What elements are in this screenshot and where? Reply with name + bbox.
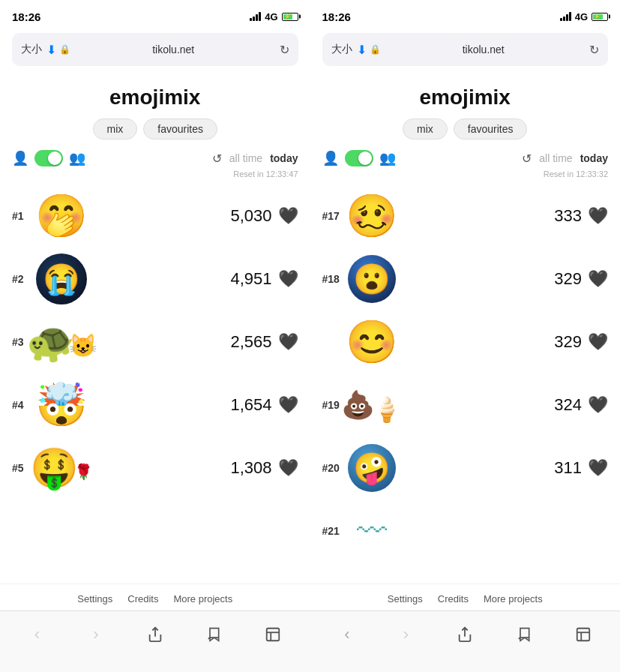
lock-icon-right: 🔒 (370, 44, 381, 55)
filter-alltime-right[interactable]: all time (539, 152, 572, 164)
tabs-button-left[interactable] (256, 618, 289, 651)
table-row: #3 🐢😺 2,565 🖤 (12, 310, 298, 374)
refresh-icon-right[interactable]: ↺ (522, 152, 532, 166)
status-icons-right: 4G ⚡ (560, 11, 608, 22)
rank-18: #18 (322, 273, 346, 285)
rank-17: #17 (322, 210, 346, 222)
toggle-switch-right[interactable] (345, 150, 373, 166)
emoji-18b: 😊 (346, 316, 397, 368)
time-filter-right: all time today (539, 152, 608, 164)
url-text-right[interactable]: tikolu.net (384, 44, 584, 56)
emoji-circle-2: 😭 (36, 254, 87, 304)
toggle-knob-left (48, 152, 61, 165)
download-icon-left: ⬇ (46, 43, 56, 57)
score-area-17: 333 🖤 (403, 206, 609, 226)
person-icon-right: 👤 (322, 150, 339, 166)
network-label-left: 4G (265, 11, 277, 22)
emoji-18: 😮 (346, 254, 397, 304)
forward-button-left[interactable]: › (79, 618, 112, 651)
signal-icon-right (560, 12, 571, 21)
filter-today-left[interactable]: today (270, 152, 298, 164)
tab-mix-right[interactable]: mix (403, 118, 448, 140)
share-button-right[interactable] (448, 618, 481, 651)
rank-1: #1 (12, 210, 36, 222)
credits-link-left[interactable]: Credits (127, 593, 158, 604)
tab-favourites-left[interactable]: favourites (143, 118, 217, 140)
group-icon-left: 👥 (69, 150, 85, 166)
svg-rect-1 (267, 628, 280, 640)
score-17: 333 (554, 206, 582, 226)
app-title-left: emojimix (12, 86, 298, 110)
table-row: #19 💩🍦 324 🖤 (322, 374, 609, 436)
emoji-3: 🐢😺 (36, 316, 87, 368)
forward-button-right[interactable]: › (390, 618, 423, 651)
emoji-1: 🤭 (36, 190, 87, 242)
size-label-right: 大小 (331, 43, 352, 56)
tabs-button-right[interactable] (567, 618, 600, 651)
share-button-left[interactable] (139, 618, 172, 651)
browser-bottom-left: ‹ › (0, 610, 310, 672)
score-4: 1,654 (230, 395, 271, 415)
controls-right-section-right: ↺ all time today (522, 152, 608, 166)
emoji-globe-crazy: 🤪 (348, 444, 396, 492)
leaderboard-right: #17 🥴 333 🖤 #18 😮 329 🖤 😊 (322, 184, 609, 562)
score-area-20: 311 🖤 (403, 458, 609, 478)
score-19: 324 (554, 395, 582, 415)
tab-favourites-right[interactable]: favourites (454, 118, 528, 140)
reset-text-left: Reset in 12:33:47 (12, 170, 298, 178)
table-row: #1 🤭 5,030 🖤 (12, 184, 298, 248)
url-text-left[interactable]: tikolu.net (73, 44, 274, 56)
tab-bar-left: mix favourites (12, 118, 298, 140)
status-bar-left: 18:26 4G ⚡ (0, 0, 310, 33)
address-bar-container-right: 大小 ⬇ 🔒 tikolu.net ↻ (310, 33, 621, 76)
emoji-17: 🥴 (346, 190, 397, 242)
score-area-3: 2,565 🖤 (93, 332, 298, 352)
tab-mix-left[interactable]: mix (93, 118, 138, 140)
heart-1: 🖤 (278, 206, 298, 226)
filter-today-right[interactable]: today (580, 152, 608, 164)
controls-row-left: 👤 👥 ↺ all time today (12, 150, 298, 166)
table-row: #18 😮 329 🖤 (322, 248, 609, 310)
toggle-switch-left[interactable] (34, 150, 63, 166)
heart-5: 🖤 (278, 458, 298, 478)
score-area-19: 324 🖤 (403, 395, 609, 415)
status-time-left: 18:26 (12, 10, 40, 23)
time-filter-left: all time today (229, 152, 298, 164)
svg-rect-5 (577, 628, 589, 640)
settings-link-right[interactable]: Settings (388, 593, 423, 604)
score-18a: 329 (554, 269, 582, 289)
app-content-left: emojimix mix favourites 👤 👥 ↺ all time t… (0, 76, 310, 584)
heart-2: 🖤 (278, 269, 298, 289)
refresh-icon-left[interactable]: ↺ (212, 152, 222, 166)
address-bar-content-right: 大小 ⬇ 🔒 tikolu.net (331, 43, 584, 57)
bookmark-button-right[interactable] (508, 618, 541, 651)
rank-21: #21 (322, 525, 346, 537)
more-projects-link-right[interactable]: More projects (484, 593, 543, 604)
app-footer-right: Settings Credits More projects (310, 584, 621, 610)
more-projects-link-left[interactable]: More projects (173, 593, 232, 604)
address-bar-left[interactable]: 大小 ⬇ 🔒 tikolu.net ↻ (12, 33, 298, 66)
score-3: 2,565 (230, 332, 271, 352)
bookmark-button-left[interactable] (197, 618, 230, 651)
back-button-left[interactable]: ‹ (20, 618, 53, 651)
address-bar-right[interactable]: 大小 ⬇ 🔒 tikolu.net ↻ (322, 33, 609, 66)
rank-20: #20 (322, 462, 346, 474)
person-icon-left: 👤 (12, 150, 28, 166)
back-button-right[interactable]: ‹ (331, 618, 364, 651)
group-icon-right: 👥 (379, 150, 396, 166)
app-footer-left: Settings Credits More projects (0, 584, 310, 610)
table-row: #21 〰 (322, 500, 609, 562)
score-18b: 329 (554, 332, 582, 352)
emoji-19: 💩🍦 (346, 380, 397, 430)
right-panel: 18:26 4G ⚡ 大小 ⬇ 🔒 tikolu.net ↻ (310, 0, 621, 672)
credits-link-right[interactable]: Credits (438, 593, 469, 604)
reload-button-left[interactable]: ↻ (280, 43, 289, 57)
filter-alltime-left[interactable]: all time (229, 152, 262, 164)
score-2: 4,951 (230, 269, 271, 289)
address-bar-container-left: 大小 ⬇ 🔒 tikolu.net ↻ (0, 33, 310, 76)
emoji-20: 🤪 (346, 442, 397, 494)
settings-link-left[interactable]: Settings (77, 593, 112, 604)
score-area-2: 4,951 🖤 (93, 269, 298, 289)
reload-button-right[interactable]: ↻ (589, 43, 599, 57)
status-time-right: 18:26 (322, 10, 351, 23)
